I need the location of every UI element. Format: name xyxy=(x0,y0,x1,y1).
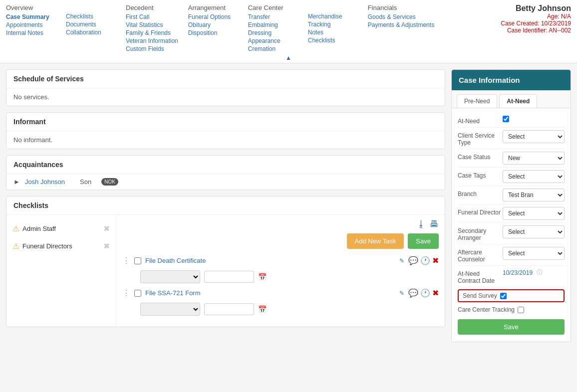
care-center-checkbox[interactable] xyxy=(518,307,524,313)
task-name-2[interactable]: File SSA-721 Form xyxy=(145,289,395,297)
nav-first-call[interactable]: First Call xyxy=(126,13,178,20)
acquaintance-name[interactable]: Josh Johnson xyxy=(25,178,65,186)
checklist-layout: ⚠ Admin Staff ✖ ⚠ Funeral Directors ✖ xyxy=(6,215,445,327)
nav-checklists[interactable]: Checklists xyxy=(66,13,116,20)
nav-col-overview: Overview Case Summary Appointments Inter… xyxy=(6,4,66,36)
calendar-icon-1[interactable]: 📅 xyxy=(258,273,267,281)
print-icon[interactable]: 🖶 xyxy=(430,219,439,229)
checklist-item-funeral: ⚠ Funeral Directors ✖ xyxy=(6,237,116,255)
checklist-item-admin: ⚠ Admin Staff ✖ xyxy=(6,220,116,237)
nav-appointments[interactable]: Appointments xyxy=(6,21,56,28)
nav-internal-notes[interactable]: Internal Notes xyxy=(6,29,56,36)
nav-dressing[interactable]: Dressing xyxy=(248,29,298,36)
clock-icon-1[interactable]: 🕐 xyxy=(420,256,430,265)
chevron-right-icon[interactable]: ► xyxy=(13,178,20,186)
case-info-save-button[interactable]: Save xyxy=(458,319,565,335)
nav-col-arrangement: Arrangement Funeral Options Obituary Dis… xyxy=(188,4,248,36)
nav-goods-services[interactable]: Goods & Services xyxy=(368,13,434,20)
nok-badge: NOK xyxy=(101,178,118,186)
nav-vital-stats[interactable]: Vital Statistics xyxy=(126,21,178,28)
task-edit-icon-1[interactable]: ✎ xyxy=(399,257,404,264)
funeral-director-select[interactable]: Select xyxy=(503,207,565,220)
drag-handle-1[interactable]: ⋮ xyxy=(122,256,130,265)
add-new-task-button[interactable]: Add New Task xyxy=(347,233,404,249)
branch-select[interactable]: Test Bran xyxy=(503,189,565,201)
nav-documents[interactable]: Documents xyxy=(66,21,116,28)
contract-date-display: 10/23/2019 xyxy=(503,269,533,276)
acquaintance-row: ► Josh Johnson Son NOK xyxy=(6,174,445,190)
calendar-icon-2[interactable]: 📅 xyxy=(258,305,267,313)
remove-icon-admin[interactable]: ✖ xyxy=(103,224,110,233)
send-survey-checkbox[interactable] xyxy=(500,293,507,299)
user-age: Age: N/A xyxy=(501,13,571,20)
checklists-card: Checklists ⚠ Admin Staff ✖ ⚠ Funera xyxy=(6,196,445,327)
case-info-panel: Case Information Pre-Need At-Need At-Nee… xyxy=(451,69,571,342)
nav-header-arrangement: Arrangement xyxy=(188,4,238,11)
comment-icon-1[interactable]: 💬 xyxy=(408,256,418,265)
save-btn-row: Save xyxy=(458,315,565,337)
nav-notes[interactable]: Notes xyxy=(308,29,358,36)
clock-icon-2[interactable]: 🕐 xyxy=(420,288,430,298)
nav-appearance[interactable]: Appearance xyxy=(248,37,298,44)
funeral-director-label: Funeral Director xyxy=(458,207,503,216)
nav-payments[interactable]: Payments & Adjustments xyxy=(368,21,434,28)
task-checkbox-2[interactable] xyxy=(134,290,141,297)
task-sub-row-2: 📅 xyxy=(122,301,439,318)
task-date-input-1[interactable] xyxy=(204,271,254,283)
case-tags-row: Case Tags Select xyxy=(458,168,565,186)
task-date-input-2[interactable] xyxy=(204,303,254,315)
task-edit-icon-2[interactable]: ✎ xyxy=(399,290,404,297)
nav-cremation[interactable]: Cremation xyxy=(248,45,298,52)
client-service-select[interactable]: Select xyxy=(503,130,565,143)
checklist-label-funeral[interactable]: Funeral Directors xyxy=(22,242,72,250)
warn-icon-admin: ⚠ xyxy=(12,224,19,233)
nav-tracking[interactable]: Tracking xyxy=(308,21,358,28)
collapse-arrow-icon[interactable]: ▲ xyxy=(286,54,291,61)
right-panel: Case Information Pre-Need At-Need At-Nee… xyxy=(451,69,571,342)
secondary-arranger-select[interactable]: Select xyxy=(503,225,565,238)
remove-task-icon-2[interactable]: ✖ xyxy=(432,288,439,298)
task-assignee-select-2[interactable] xyxy=(140,303,200,316)
nav-obituary[interactable]: Obituary xyxy=(188,21,238,28)
nav-embalming[interactable]: Embalming xyxy=(248,21,298,28)
nav-collaboration[interactable]: Collaboration xyxy=(66,29,116,36)
checklists-header: Checklists xyxy=(6,196,445,215)
task-checkbox-1[interactable] xyxy=(134,257,141,264)
contract-date-label: At-Need Contract Date xyxy=(458,268,503,284)
nav-header-overview: Overview xyxy=(6,4,56,11)
nav-custom-fields[interactable]: Custom Fields xyxy=(126,45,178,52)
nav-checklists2[interactable]: Checklists xyxy=(308,37,358,44)
nav-family-friends[interactable]: Family & Friends xyxy=(126,29,178,36)
task-assignee-select-1[interactable] xyxy=(140,270,200,283)
task-name-1[interactable]: File Death Certificate xyxy=(145,257,395,264)
download-icon[interactable]: ⭳ xyxy=(417,219,426,229)
case-status-select[interactable]: New xyxy=(503,152,565,165)
nav-transfer[interactable]: Transfer xyxy=(248,13,298,20)
acquaintances-header: Acquaintances xyxy=(6,156,445,174)
remove-task-icon-1[interactable]: ✖ xyxy=(432,256,439,265)
comment-icon-2[interactable]: 💬 xyxy=(408,288,418,298)
aftercare-counselor-select[interactable]: Select xyxy=(503,247,565,260)
nav-funeral-options[interactable]: Funeral Options xyxy=(188,13,238,20)
drag-handle-2[interactable]: ⋮ xyxy=(122,288,130,298)
tab-atneed[interactable]: At-Need xyxy=(499,94,537,108)
task-row-1: ⋮ File Death Certificate ✎ 💬 🕐 ✖ xyxy=(122,253,439,285)
tab-preneed[interactable]: Pre-Need xyxy=(457,94,497,108)
case-tags-select[interactable]: Select xyxy=(503,170,565,183)
informant-card: Informant No informant. xyxy=(6,112,445,149)
at-need-checkbox[interactable] xyxy=(503,116,509,122)
client-service-value: Select xyxy=(503,130,565,143)
nav-veteran-info[interactable]: Veteran Information xyxy=(126,37,178,44)
info-icon[interactable]: ⓘ xyxy=(537,268,543,277)
case-info-tabs: Pre-Need At-Need xyxy=(452,90,571,108)
checklist-label-admin[interactable]: Admin Staff xyxy=(22,225,56,232)
nav-merchandise[interactable]: Merchandise xyxy=(308,13,358,20)
save-task-button[interactable]: Save xyxy=(408,233,439,249)
collapse-row[interactable]: ▲ xyxy=(6,52,571,63)
at-need-label: At-Need xyxy=(458,116,503,125)
nav-disposition[interactable]: Disposition xyxy=(188,29,238,36)
remove-icon-funeral[interactable]: ✖ xyxy=(103,241,110,251)
case-created: Case Created: 10/23/2019 xyxy=(501,20,571,27)
nav-header-financials: Financials xyxy=(368,4,434,11)
nav-case-summary[interactable]: Case Summary xyxy=(6,13,56,20)
